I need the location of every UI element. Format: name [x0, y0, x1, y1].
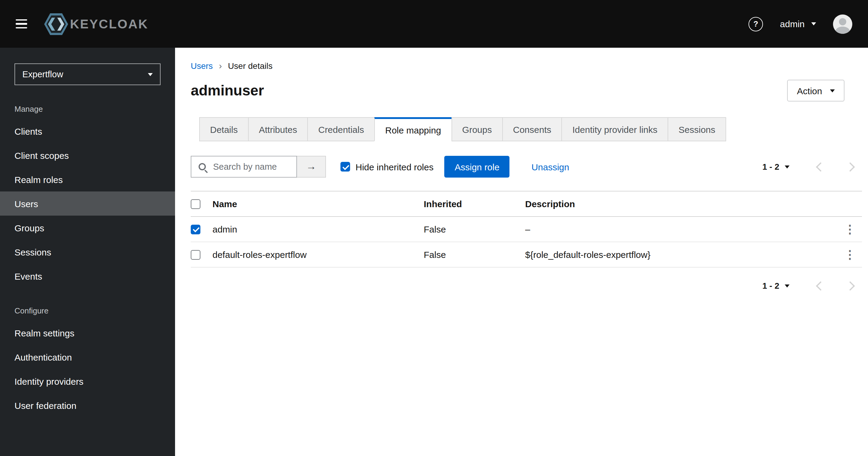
table-row: default-roles-expertflow False ${role_de…: [191, 242, 862, 267]
nav-toggle-icon[interactable]: [16, 15, 27, 33]
sidebar-item-groups[interactable]: Groups: [0, 216, 175, 240]
pagination-top: 1 - 2: [763, 162, 854, 172]
table-header-row: Name Inherited Description: [191, 191, 862, 217]
sidebar-item-realm-settings[interactable]: Realm settings: [0, 321, 175, 345]
next-page-icon[interactable]: [845, 162, 855, 171]
tab-attributes[interactable]: Attributes: [248, 117, 308, 141]
hide-inherited-label: Hide inherited roles: [355, 162, 434, 172]
column-header-description: Description: [525, 199, 838, 209]
tab-groups[interactable]: Groups: [451, 117, 502, 141]
main-content: Users › User details adminuser Action De…: [175, 48, 868, 456]
breadcrumb-separator-icon: ›: [219, 60, 222, 71]
chevron-down-icon: [148, 73, 153, 76]
user-menu[interactable]: admin: [780, 19, 816, 29]
breadcrumb: Users › User details: [191, 60, 844, 71]
search-input[interactable]: [191, 156, 297, 177]
chevron-down-icon: [785, 284, 789, 287]
sidebar-item-sessions[interactable]: Sessions: [0, 240, 175, 264]
tab-identity-provider-links[interactable]: Identity provider links: [562, 117, 669, 141]
search-submit-button[interactable]: →: [297, 156, 326, 177]
toolbar: → Hide inherited roles Assign role Unass…: [191, 156, 854, 177]
breadcrumb-link-users[interactable]: Users: [191, 61, 213, 70]
search-icon: [198, 163, 206, 170]
tabs: Details Attributes Credentials Role mapp…: [199, 117, 868, 141]
action-label: Action: [797, 85, 822, 96]
title-row: adminuser Action: [191, 80, 844, 102]
tab-consents[interactable]: Consents: [502, 117, 562, 141]
pagination-range-label: 1 - 2: [763, 162, 779, 172]
row-checkbox[interactable]: [191, 250, 200, 259]
column-header-inherited: Inherited: [424, 199, 525, 209]
next-page-icon[interactable]: [845, 281, 855, 290]
tab-sessions[interactable]: Sessions: [668, 117, 726, 141]
hide-inherited-checkbox[interactable]: [340, 162, 350, 172]
pagination-range-label: 1 - 2: [763, 281, 779, 290]
brand: KEYCLOAK: [44, 13, 149, 35]
nav-section-manage: Manage: [0, 94, 175, 119]
sidebar-item-users[interactable]: Users: [0, 192, 175, 216]
realm-name: Expertflow: [22, 69, 63, 79]
realm-selector[interactable]: Expertflow: [14, 63, 161, 85]
sidebar-item-clients[interactable]: Clients: [0, 119, 175, 143]
unassign-link[interactable]: Unassign: [531, 162, 569, 172]
cell-name: default-roles-expertflow: [213, 250, 424, 260]
row-checkbox[interactable]: [191, 224, 200, 234]
tab-details[interactable]: Details: [199, 117, 249, 141]
breadcrumb-current: User details: [228, 61, 273, 70]
cell-inherited: False: [424, 250, 525, 260]
tab-credentials[interactable]: Credentials: [307, 117, 375, 141]
keycloak-wordmark: KEYCLOAK: [70, 17, 149, 31]
sidebar-item-identity-providers[interactable]: Identity providers: [0, 369, 175, 393]
nav-section-configure: Configure: [0, 288, 175, 321]
previous-page-icon[interactable]: [816, 281, 825, 290]
role-mapping-table: Name Inherited Description admin False –…: [191, 191, 862, 267]
masthead-right: ? admin: [748, 14, 852, 33]
table-row: admin False – ⋮: [191, 217, 862, 242]
tab-role-mapping[interactable]: Role mapping: [374, 117, 452, 141]
kebab-menu-icon[interactable]: ⋮: [838, 249, 862, 260]
question-mark-glyph: ?: [753, 19, 758, 28]
arrow-right-icon: →: [306, 161, 316, 173]
sidebar-item-events[interactable]: Events: [0, 264, 175, 288]
sidebar-item-realm-roles[interactable]: Realm roles: [0, 167, 175, 192]
chevron-down-icon: [811, 22, 816, 25]
column-header-name: Name: [213, 199, 424, 209]
select-all-checkbox[interactable]: [191, 199, 200, 209]
sidebar-item-client-scopes[interactable]: Client scopes: [0, 143, 175, 167]
sidebar-item-authentication[interactable]: Authentication: [0, 345, 175, 369]
action-dropdown-button[interactable]: Action: [787, 80, 844, 102]
username-label: admin: [780, 19, 805, 29]
cell-inherited: False: [424, 224, 525, 234]
pagination-range-toggle[interactable]: 1 - 2: [763, 162, 789, 172]
page-title: adminuser: [191, 82, 264, 99]
cell-name: admin: [213, 224, 424, 234]
chevron-down-icon: [785, 165, 789, 168]
kebab-menu-icon[interactable]: ⋮: [838, 224, 862, 235]
masthead: KEYCLOAK ? admin: [0, 0, 868, 48]
chevron-down-icon: [830, 89, 835, 92]
keycloak-logo-icon: [44, 13, 68, 35]
keycloak-admin-console: KEYCLOAK ? admin Expertflow Manage Clien…: [0, 0, 868, 456]
assign-role-button[interactable]: Assign role: [444, 156, 510, 177]
sidebar: Expertflow Manage Clients Client scopes …: [0, 48, 175, 456]
help-icon[interactable]: ?: [748, 17, 763, 31]
hide-inherited-roles-toggle[interactable]: Hide inherited roles: [340, 162, 434, 172]
avatar[interactable]: [833, 14, 852, 33]
pagination-bottom: 1 - 2: [175, 267, 868, 290]
cell-description: ${role_default-roles-expertflow}: [525, 250, 838, 260]
cell-description: –: [525, 224, 838, 234]
layout: Expertflow Manage Clients Client scopes …: [0, 48, 868, 456]
pagination-range-toggle[interactable]: 1 - 2: [763, 281, 789, 290]
sidebar-item-user-federation[interactable]: User federation: [0, 393, 175, 417]
search-group: →: [191, 156, 326, 177]
previous-page-icon[interactable]: [816, 162, 825, 171]
